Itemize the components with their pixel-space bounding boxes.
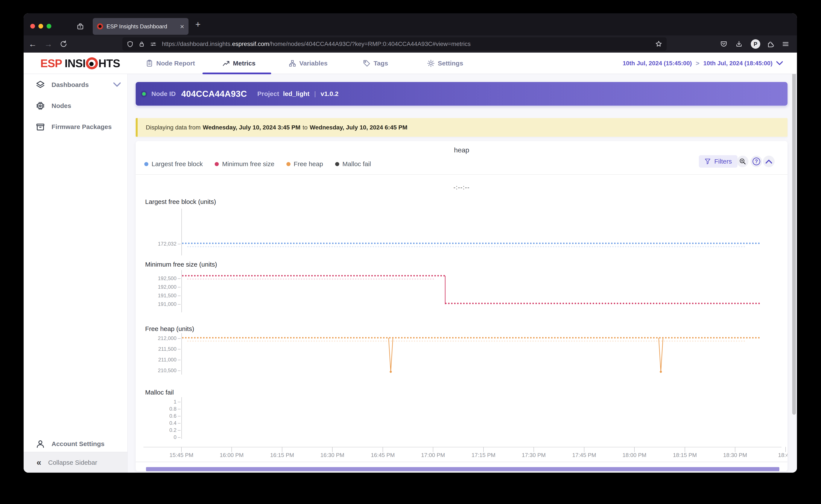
lock-icon[interactable] — [138, 41, 145, 47]
sidebar-item-firmware-packages[interactable]: Firmware Packages — [24, 119, 127, 135]
info-to-date: Wednesday, July 10, 2024 6:45 PM — [310, 124, 407, 131]
sidebar-item-account-settings[interactable]: Account Settings — [24, 436, 127, 452]
filters-button[interactable]: Filters — [699, 155, 737, 168]
close-tab-icon[interactable]: × — [180, 23, 184, 30]
close-window-button[interactable] — [30, 24, 35, 29]
minimize-window-button[interactable] — [38, 24, 43, 29]
forward-button[interactable]: → — [44, 39, 53, 49]
axis-tick — [634, 447, 635, 452]
axis-tick — [181, 447, 182, 452]
tooltip-time-placeholder: -:--:-- — [136, 184, 788, 191]
y-tick-label: 211,500 — [144, 346, 176, 352]
url-subdomain: https://dashboard.insights. — [162, 41, 232, 47]
container-icon[interactable] — [76, 23, 84, 30]
y-axis — [181, 270, 182, 312]
legend-item-free-heap[interactable]: Free heap — [286, 160, 323, 168]
logo-text-hts: HTS — [98, 57, 120, 70]
y-tick-label: 0.6 — [144, 413, 176, 419]
tags-icon — [363, 59, 371, 67]
collapse-sidebar-button[interactable]: « Collapse Sidebar — [24, 452, 127, 473]
tab-metrics[interactable]: Metrics — [222, 53, 255, 74]
legend-item-malloc-fail[interactable]: Malloc fail — [335, 160, 371, 168]
chart-title: Minimum free size (units) — [145, 261, 217, 268]
legend-label: Free heap — [294, 160, 323, 168]
tab-label: Node Report — [156, 60, 195, 67]
browser-tab[interactable]: ESP Insights Dashboard × — [93, 18, 189, 35]
project-label: Project — [257, 90, 279, 97]
x-tick-label: 16:30 PM — [315, 452, 350, 458]
axis-tick — [433, 447, 433, 452]
shield-icon[interactable] — [127, 41, 134, 47]
legend-dot-icon — [215, 162, 219, 166]
chart-group-title: heap — [136, 146, 788, 154]
report-icon — [146, 59, 153, 67]
sidebar-item-dashboards[interactable]: Dashboards — [24, 77, 127, 93]
legend-item-minimum-free-size[interactable]: Minimum free size — [215, 160, 274, 168]
pocket-icon[interactable] — [720, 40, 728, 48]
chart-title: Malloc fail — [145, 389, 174, 396]
extensions-puzzle-icon[interactable] — [766, 40, 774, 48]
tab-variables[interactable]: Variables — [289, 53, 328, 74]
collapse-chevrons-icon: « — [36, 458, 41, 467]
profile-avatar[interactable]: P — [751, 39, 760, 49]
x-tick-label: 18:30 PM — [718, 452, 752, 458]
tab-label: Settings — [438, 60, 463, 67]
x-tick-label: 17:15 PM — [466, 452, 501, 458]
legend-label: Largest free block — [152, 160, 203, 168]
x-tick-label: 18:00 PM — [617, 452, 652, 458]
axis-tick — [178, 296, 181, 296]
zoom-window-button[interactable] — [47, 24, 51, 29]
series-dip-free-heap — [388, 338, 393, 374]
url-domain: espressif.com — [232, 41, 269, 47]
y-tick-label: 192,000 — [144, 284, 176, 290]
card-divider — [136, 174, 788, 175]
sidebar-item-label: Firmware Packages — [52, 123, 112, 131]
axis-tick — [178, 349, 181, 349]
axis-tick — [178, 409, 181, 409]
reload-icon[interactable] — [60, 40, 67, 48]
axis-tick — [178, 437, 181, 438]
back-button[interactable]: ← — [28, 39, 37, 49]
page-scrollbar-thumb[interactable] — [792, 54, 796, 415]
x-tick-label: 17:30 PM — [517, 452, 551, 458]
bookmark-star-icon[interactable] — [655, 40, 662, 48]
x-tick-label: 16:00 PM — [214, 452, 249, 458]
tab-tags[interactable]: Tags — [363, 53, 388, 74]
firmware-version: v1.0.2 — [321, 90, 338, 97]
y-tick-label: 212,000 — [144, 335, 176, 341]
new-tab-button[interactable]: + — [193, 20, 203, 29]
sidebar-item-nodes[interactable]: Nodes — [24, 98, 127, 114]
y-tick-label: 0 — [144, 434, 176, 440]
chart-title: Largest free block (units) — [145, 198, 216, 205]
axis-tick — [178, 338, 181, 339]
permissions-icon[interactable] — [150, 41, 157, 47]
axis-tick — [685, 447, 685, 452]
help-button[interactable]: ? — [751, 156, 762, 167]
tab-label: Tags — [374, 60, 388, 67]
info-prefix: Displaying data from — [146, 124, 201, 131]
axis-tick — [735, 447, 735, 452]
y-axis — [181, 209, 182, 255]
axis-tick — [231, 447, 232, 452]
esp-insights-logo[interactable]: ESPINSIHTS — [40, 53, 120, 74]
downloads-icon[interactable] — [735, 40, 743, 48]
zoom-in-button[interactable] — [737, 156, 748, 167]
legend-dot-icon — [144, 162, 148, 166]
axis-tick — [584, 447, 584, 452]
date-range-picker[interactable]: 10th Jul, 2024 (15:45:00) > 10th Jul, 20… — [623, 53, 783, 74]
legend-item-largest-free-block[interactable]: Largest free block — [144, 160, 203, 168]
tab-settings[interactable]: Settings — [427, 53, 463, 74]
tab-label: Metrics — [233, 60, 255, 67]
chevron-down-icon[interactable] — [113, 82, 121, 87]
esp-insights-favicon — [97, 23, 103, 29]
collapse-panel-button[interactable] — [763, 156, 775, 167]
y-tick-label: 172,032 — [144, 241, 176, 247]
menu-hamburger-icon[interactable] — [782, 40, 789, 48]
app-header: ESPINSIHTS Node Report Metrics — [24, 53, 797, 74]
url-bar[interactable]: https://dashboard.insights.espressif.com… — [122, 37, 667, 51]
url-text: https://dashboard.insights.espressif.com… — [162, 41, 471, 47]
collapse-label: Collapse Sidebar — [48, 459, 97, 466]
tab-node-report[interactable]: Node Report — [146, 53, 195, 74]
series-step-drop — [445, 276, 445, 304]
chart-scroll-thumb[interactable] — [146, 467, 779, 471]
